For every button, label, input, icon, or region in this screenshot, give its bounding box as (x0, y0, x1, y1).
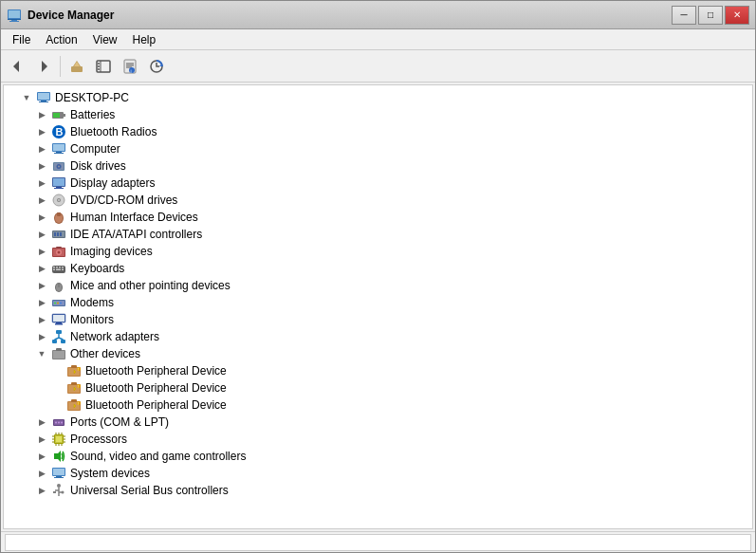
svg-text:!: ! (78, 384, 79, 389)
disk-icon (51, 158, 66, 174)
tree-item-sound[interactable]: ▶ Sound, video and game controllers (4, 448, 752, 465)
menu-bar: File Action View Help (1, 29, 755, 50)
tree-item-keyboards[interactable]: ▶ Keyboards (4, 260, 752, 277)
properties-button[interactable]: i (118, 54, 142, 79)
usb-toggle[interactable]: ▶ (34, 483, 49, 498)
mice-toggle[interactable]: ▶ (34, 278, 49, 293)
hid-label: Human Interface Devices (68, 211, 198, 224)
processors-toggle[interactable]: ▶ (34, 432, 49, 447)
svg-rect-79 (55, 323, 63, 325)
tree-item-monitors[interactable]: ▶ Monitors (4, 311, 752, 328)
svg-point-111 (61, 422, 63, 424)
close-button[interactable]: ✕ (725, 6, 749, 25)
bluetooth-radios-label: Bluetooth Radios (68, 125, 157, 138)
svg-rect-81 (52, 340, 57, 343)
tree-item-computer[interactable]: ▶ Computer (4, 140, 752, 157)
show-hide-button[interactable] (91, 54, 116, 79)
dvd-icon (51, 193, 66, 208)
svg-rect-66 (56, 269, 61, 271)
ports-icon (51, 415, 66, 430)
svg-point-73 (54, 303, 56, 304)
bluetooth-toggle[interactable]: ▶ (34, 124, 49, 139)
computer-toggle[interactable]: ▶ (34, 141, 49, 157)
back-button[interactable] (5, 54, 29, 79)
menu-view[interactable]: View (85, 31, 125, 48)
forward-button[interactable] (31, 54, 56, 79)
menu-file[interactable]: File (5, 31, 38, 48)
tree-item-bt-periph-2[interactable]: ! Bluetooth Peripheral Device (4, 379, 752, 396)
monitors-toggle[interactable]: ▶ (34, 312, 49, 327)
ide-toggle[interactable]: ▶ (34, 227, 49, 242)
modems-toggle[interactable]: ▶ (34, 295, 49, 310)
hid-toggle[interactable]: ▶ (34, 210, 49, 225)
tree-item-disk-drives[interactable]: ▶ Disk drives (4, 157, 752, 175)
menu-help[interactable]: Help (125, 31, 164, 48)
device-tree-container[interactable]: ▼ DESKTOP-PC ▶ (3, 84, 753, 529)
tree-item-usb[interactable]: ▶ Universal Serial Bus controllers (4, 482, 752, 499)
tree-item-bluetooth-radios[interactable]: ▶ B Bluetooth Radios (4, 123, 752, 140)
ports-toggle[interactable]: ▶ (34, 415, 49, 430)
svg-point-13 (98, 65, 100, 67)
other-devices-label: Other devices (68, 347, 140, 360)
tree-item-bt-periph-1[interactable]: ! Bluetooth Peripheral Device (4, 362, 752, 379)
tree-item-processors[interactable]: ▶ (4, 431, 752, 448)
tree-item-dvd-cdrom[interactable]: ▶ DVD/CD-ROM drives (4, 192, 752, 209)
svg-rect-91 (71, 365, 77, 368)
display-toggle[interactable]: ▶ (34, 175, 49, 191)
scan-button[interactable] (144, 54, 169, 79)
svg-rect-62 (56, 267, 58, 268)
root-toggle[interactable]: ▼ (19, 90, 34, 105)
system-toggle[interactable]: ▶ (34, 466, 49, 481)
tree-item-hid[interactable]: ▶ Human Interface Devices (4, 209, 752, 226)
svg-rect-87 (53, 351, 65, 359)
svg-rect-131 (54, 477, 64, 478)
tree-item-other-devices[interactable]: ▼ Other devices (4, 345, 752, 362)
processors-icon (51, 432, 66, 447)
tree-item-display-adapters[interactable]: ▶ Display adapters (4, 175, 752, 192)
sound-toggle[interactable]: ▶ (34, 449, 49, 464)
tree-item-mice[interactable]: ▶ Mice and other pointing devices (4, 277, 752, 294)
processors-label: Processors (68, 433, 127, 446)
imaging-toggle[interactable]: ▶ (34, 244, 49, 259)
window-icon (7, 8, 22, 23)
batteries-icon (51, 107, 66, 122)
tree-item-ide-ata[interactable]: ▶ IDE ATA/ATAPI controllers (4, 226, 752, 243)
svg-rect-26 (39, 101, 48, 102)
tree-item-modems[interactable]: ▶ Modems (4, 294, 752, 311)
svg-point-132 (57, 484, 61, 488)
tree-root[interactable]: ▼ DESKTOP-PC (4, 89, 752, 106)
minimize-button[interactable]: ─ (672, 6, 696, 25)
svg-rect-35 (54, 153, 64, 154)
svg-point-12 (98, 63, 100, 65)
modems-icon (51, 295, 66, 310)
svg-rect-2 (8, 19, 21, 20)
batteries-label: Batteries (68, 108, 115, 121)
svg-rect-53 (57, 232, 59, 236)
keyboards-icon (51, 261, 66, 276)
menu-action[interactable]: Action (38, 31, 84, 48)
tree-item-imaging[interactable]: ▶ Imaging devices (4, 243, 752, 260)
tree-item-network-adapters[interactable]: ▶ Network adapters (4, 328, 752, 345)
tree-item-bt-periph-3[interactable]: ! Bluetooth Peripheral Device (4, 396, 752, 414)
up-button[interactable] (65, 54, 89, 79)
network-toggle[interactable]: ▶ (34, 329, 49, 344)
svg-rect-59 (56, 247, 62, 249)
keyboards-label: Keyboards (68, 262, 124, 275)
keyboards-toggle[interactable]: ▶ (34, 261, 49, 276)
ide-ata-label: IDE ATA/ATAPI controllers (68, 228, 202, 241)
tree-item-ports[interactable]: ▶ Ports (COM & LPT) (4, 414, 752, 431)
disk-toggle[interactable]: ▶ (34, 158, 49, 174)
sound-icon (51, 449, 66, 464)
tree-item-system-devices[interactable]: ▶ System devices (4, 465, 752, 482)
tree-item-batteries[interactable]: ▶ Batteries (4, 106, 752, 123)
batteries-toggle[interactable]: ▶ (34, 107, 49, 122)
bt-periph-2-icon: ! (66, 380, 82, 396)
dvd-toggle[interactable]: ▶ (34, 193, 49, 208)
maximize-button[interactable]: □ (698, 6, 723, 25)
svg-rect-28 (64, 114, 65, 117)
bt-periph-3-label: Bluetooth Peripheral Device (83, 398, 227, 412)
title-bar: Device Manager ─ □ ✕ (1, 1, 755, 29)
disk-drives-label: Disk drives (68, 159, 126, 173)
svg-point-109 (55, 422, 57, 424)
other-toggle[interactable]: ▼ (34, 346, 49, 361)
